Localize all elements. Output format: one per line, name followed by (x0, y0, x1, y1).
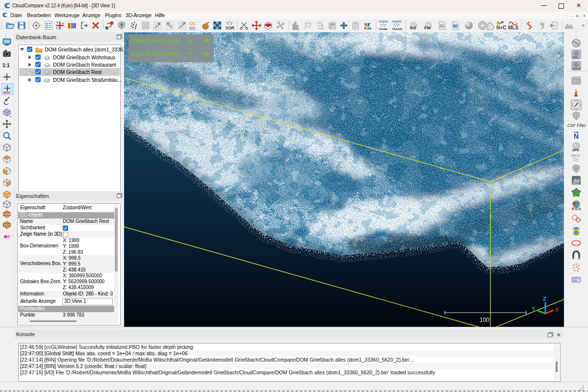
svg-text:M3C2: M3C2 (571, 154, 580, 157)
svg-text:CANUPO: CANUPO (392, 21, 402, 23)
svg-text:HPR: HPR (572, 148, 579, 152)
svg-text:max: max (318, 26, 325, 30)
svg-text:Classify: Classify (392, 27, 402, 30)
svg-text:min: min (317, 21, 322, 24)
svg-text:default point size: default point size (131, 37, 179, 44)
svg-text:Z: Z (543, 296, 546, 302)
svg-text:Create: Create (379, 27, 387, 30)
svg-text:SOR: SOR (226, 25, 234, 30)
svg-text:SHP: SHP (440, 25, 445, 27)
svg-text:FRONT: FRONT (3, 213, 11, 216)
svg-text:CC: CC (189, 26, 196, 31)
svg-text:Y: Y (532, 306, 536, 312)
svg-text:X: X (555, 307, 559, 313)
svg-text:μ,σ: μ,σ (305, 21, 310, 25)
svg-text:N: N (574, 132, 579, 140)
svg-text:SF: SF (364, 22, 371, 27)
svg-text:1:87: 1:87 (572, 279, 577, 282)
svg-text:FM: FM (424, 25, 431, 30)
svg-text:SSAO: SSAO (572, 67, 581, 70)
svg-text:CANUPO: CANUPO (379, 21, 388, 23)
svg-text:R·G·D: R·G·D (572, 207, 581, 211)
svg-text:auto: auto (3, 91, 10, 94)
svg-text:EDL: EDL (573, 56, 579, 59)
svg-text:CSV: CSV (454, 25, 458, 27)
svg-text:100: 100 (480, 317, 489, 323)
svg-text:1:1: 1:1 (2, 63, 10, 68)
svg-text:MLS: MLS (508, 25, 518, 30)
svg-text:CC: CC (189, 21, 196, 26)
svg-text:default line width: default line width (131, 50, 179, 57)
svg-text:Kd: Kd (410, 25, 416, 30)
svg-text:PCV: PCV (573, 182, 579, 185)
svg-text:N+C: N+C (496, 25, 506, 30)
svg-text:BACK: BACK (4, 224, 11, 226)
